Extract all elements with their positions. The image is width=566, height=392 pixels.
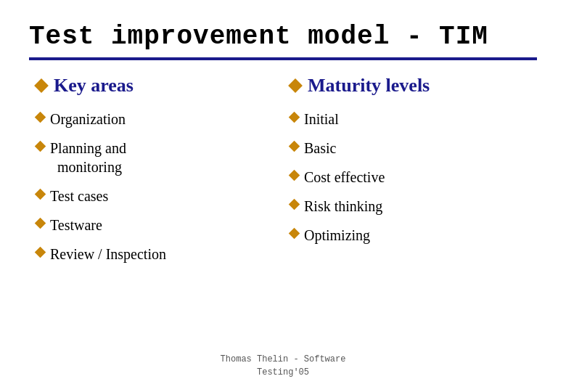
list-item: Basic [290, 139, 530, 158]
bullet-diamond [289, 228, 300, 240]
left-column: Key areas Organization Planning and moni… [29, 75, 283, 274]
slide: Test improvement model - TIM Key areas O… [0, 0, 566, 392]
bullet-diamond [35, 141, 46, 152]
list-item: Risk thinking [290, 197, 530, 216]
right-column-header: Maturity levels [290, 75, 530, 97]
list-item: Testware [36, 216, 276, 234]
list-item: Review / Inspection [36, 245, 276, 264]
bullet-diamond [35, 189, 46, 200]
header-diamond-left [34, 78, 49, 93]
footer-line1: Thomas Thelin - Software [0, 353, 566, 366]
footer: Thomas Thelin - Software Testing'05 [0, 353, 566, 379]
list-item: Optimizing [290, 226, 530, 245]
content-area: Key areas Organization Planning and moni… [29, 75, 537, 274]
bullet-text: Risk thinking [304, 197, 382, 216]
bullet-text: Planning and monitoring [50, 139, 126, 176]
bullet-diamond [35, 218, 46, 229]
bullet-text: Organization [50, 110, 126, 128]
right-column: Maturity levels Initial Basic Cost effec… [283, 75, 537, 255]
right-header-label: Maturity levels [308, 75, 430, 97]
bullet-text: Review / Inspection [50, 245, 166, 264]
list-item: Initial [290, 110, 530, 128]
header-diamond-right [288, 78, 303, 93]
bullet-diamond [289, 141, 300, 152]
bullet-text: Initial [304, 110, 339, 128]
list-item: Cost effective [290, 168, 530, 187]
bullet-text: Cost effective [304, 168, 385, 187]
bullet-diamond [35, 247, 46, 258]
title-divider [29, 57, 537, 60]
left-header-label: Key areas [54, 75, 134, 97]
slide-title: Test improvement model - TIM [29, 22, 537, 52]
bullet-text: Basic [304, 139, 336, 158]
left-column-header: Key areas [36, 75, 276, 97]
footer-line2: Testing'05 [0, 366, 566, 379]
bullet-diamond [289, 112, 300, 123]
bullet-text: Test cases [50, 187, 108, 205]
list-item: Planning and monitoring [36, 139, 276, 176]
bullet-diamond [35, 112, 46, 123]
list-item: Test cases [36, 187, 276, 205]
list-item: Organization [36, 110, 276, 128]
bullet-diamond [289, 199, 300, 211]
bullet-text: Testware [50, 216, 102, 234]
bullet-text: Optimizing [304, 226, 370, 245]
bullet-diamond [289, 170, 300, 181]
